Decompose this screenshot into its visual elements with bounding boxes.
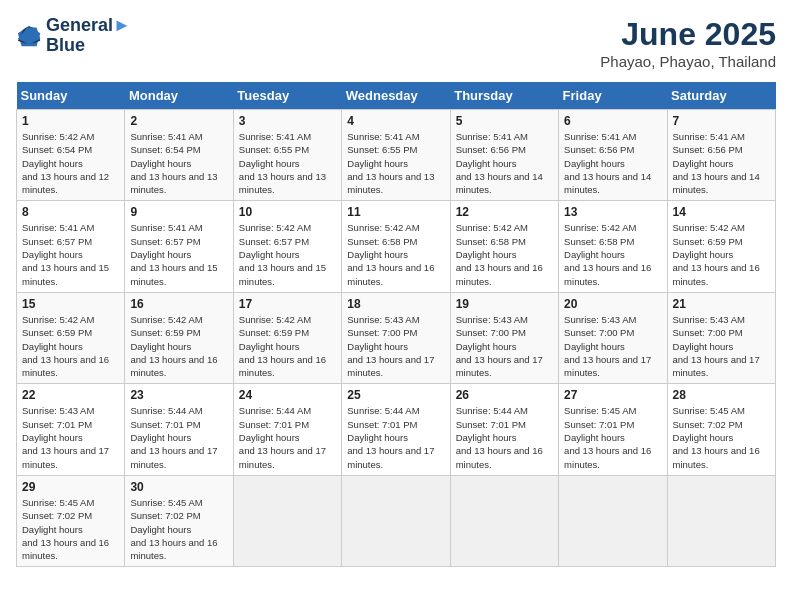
calendar-day: 15 Sunrise: 5:42 AM Sunset: 6:59 PM Dayl… (17, 292, 125, 383)
day-number: 28 (673, 388, 770, 402)
day-detail: Sunrise: 5:43 AM Sunset: 7:00 PM Dayligh… (564, 313, 661, 379)
day-number: 20 (564, 297, 661, 311)
day-number: 19 (456, 297, 553, 311)
day-detail: Sunrise: 5:44 AM Sunset: 7:01 PM Dayligh… (456, 404, 553, 470)
calendar-day: 11 Sunrise: 5:42 AM Sunset: 6:58 PM Dayl… (342, 201, 450, 292)
day-number: 9 (130, 205, 227, 219)
day-detail: Sunrise: 5:43 AM Sunset: 7:00 PM Dayligh… (456, 313, 553, 379)
calendar-day: 4 Sunrise: 5:41 AM Sunset: 6:55 PM Dayli… (342, 110, 450, 201)
main-title: June 2025 (600, 16, 776, 53)
calendar-day: 18 Sunrise: 5:43 AM Sunset: 7:00 PM Dayl… (342, 292, 450, 383)
day-number: 16 (130, 297, 227, 311)
day-number: 26 (456, 388, 553, 402)
calendar-day: 10 Sunrise: 5:42 AM Sunset: 6:57 PM Dayl… (233, 201, 341, 292)
day-detail: Sunrise: 5:45 AM Sunset: 7:01 PM Dayligh… (564, 404, 661, 470)
day-number: 22 (22, 388, 119, 402)
subtitle: Phayao, Phayao, Thailand (600, 53, 776, 70)
day-detail: Sunrise: 5:42 AM Sunset: 6:57 PM Dayligh… (239, 221, 336, 287)
calendar-day: 24 Sunrise: 5:44 AM Sunset: 7:01 PM Dayl… (233, 384, 341, 475)
calendar-day: 25 Sunrise: 5:44 AM Sunset: 7:01 PM Dayl… (342, 384, 450, 475)
day-number: 30 (130, 480, 227, 494)
logo-text: General► Blue (46, 16, 131, 56)
day-number: 4 (347, 114, 444, 128)
day-detail: Sunrise: 5:41 AM Sunset: 6:56 PM Dayligh… (564, 130, 661, 196)
day-detail: Sunrise: 5:44 AM Sunset: 7:01 PM Dayligh… (347, 404, 444, 470)
weekday-header: Tuesday (233, 82, 341, 110)
day-number: 12 (456, 205, 553, 219)
calendar-day: 1 Sunrise: 5:42 AM Sunset: 6:54 PM Dayli… (17, 110, 125, 201)
day-detail: Sunrise: 5:41 AM Sunset: 6:57 PM Dayligh… (130, 221, 227, 287)
day-number: 29 (22, 480, 119, 494)
calendar-day: 29 Sunrise: 5:45 AM Sunset: 7:02 PM Dayl… (17, 475, 125, 566)
day-detail: Sunrise: 5:45 AM Sunset: 7:02 PM Dayligh… (130, 496, 227, 562)
day-number: 21 (673, 297, 770, 311)
day-number: 14 (673, 205, 770, 219)
weekday-header: Wednesday (342, 82, 450, 110)
day-detail: Sunrise: 5:43 AM Sunset: 7:01 PM Dayligh… (22, 404, 119, 470)
day-number: 17 (239, 297, 336, 311)
weekday-header: Monday (125, 82, 233, 110)
calendar-day: 9 Sunrise: 5:41 AM Sunset: 6:57 PM Dayli… (125, 201, 233, 292)
logo: General► Blue (16, 16, 131, 56)
calendar-week: 1 Sunrise: 5:42 AM Sunset: 6:54 PM Dayli… (17, 110, 776, 201)
calendar-week: 8 Sunrise: 5:41 AM Sunset: 6:57 PM Dayli… (17, 201, 776, 292)
header: General► Blue June 2025 Phayao, Phayao, … (16, 16, 776, 70)
day-detail: Sunrise: 5:43 AM Sunset: 7:00 PM Dayligh… (673, 313, 770, 379)
day-detail: Sunrise: 5:41 AM Sunset: 6:57 PM Dayligh… (22, 221, 119, 287)
day-number: 1 (22, 114, 119, 128)
calendar-day: 21 Sunrise: 5:43 AM Sunset: 7:00 PM Dayl… (667, 292, 775, 383)
calendar-day: 23 Sunrise: 5:44 AM Sunset: 7:01 PM Dayl… (125, 384, 233, 475)
calendar-day: 16 Sunrise: 5:42 AM Sunset: 6:59 PM Dayl… (125, 292, 233, 383)
day-detail: Sunrise: 5:44 AM Sunset: 7:01 PM Dayligh… (130, 404, 227, 470)
day-number: 27 (564, 388, 661, 402)
calendar-week: 22 Sunrise: 5:43 AM Sunset: 7:01 PM Dayl… (17, 384, 776, 475)
day-number: 15 (22, 297, 119, 311)
calendar-week: 29 Sunrise: 5:45 AM Sunset: 7:02 PM Dayl… (17, 475, 776, 566)
calendar-day: 3 Sunrise: 5:41 AM Sunset: 6:55 PM Dayli… (233, 110, 341, 201)
day-number: 24 (239, 388, 336, 402)
weekday-header: Sunday (17, 82, 125, 110)
day-number: 2 (130, 114, 227, 128)
calendar-day (559, 475, 667, 566)
day-detail: Sunrise: 5:42 AM Sunset: 6:59 PM Dayligh… (22, 313, 119, 379)
calendar-week: 15 Sunrise: 5:42 AM Sunset: 6:59 PM Dayl… (17, 292, 776, 383)
day-number: 3 (239, 114, 336, 128)
calendar-table: SundayMondayTuesdayWednesdayThursdayFrid… (16, 82, 776, 567)
day-detail: Sunrise: 5:43 AM Sunset: 7:00 PM Dayligh… (347, 313, 444, 379)
logo-icon (16, 22, 44, 50)
calendar-day (667, 475, 775, 566)
calendar-day: 26 Sunrise: 5:44 AM Sunset: 7:01 PM Dayl… (450, 384, 558, 475)
day-number: 8 (22, 205, 119, 219)
calendar-day (450, 475, 558, 566)
day-detail: Sunrise: 5:41 AM Sunset: 6:56 PM Dayligh… (673, 130, 770, 196)
day-number: 11 (347, 205, 444, 219)
day-detail: Sunrise: 5:42 AM Sunset: 6:58 PM Dayligh… (347, 221, 444, 287)
day-number: 10 (239, 205, 336, 219)
day-detail: Sunrise: 5:45 AM Sunset: 7:02 PM Dayligh… (22, 496, 119, 562)
calendar-day: 2 Sunrise: 5:41 AM Sunset: 6:54 PM Dayli… (125, 110, 233, 201)
day-detail: Sunrise: 5:42 AM Sunset: 6:59 PM Dayligh… (130, 313, 227, 379)
day-detail: Sunrise: 5:42 AM Sunset: 6:58 PM Dayligh… (564, 221, 661, 287)
day-number: 6 (564, 114, 661, 128)
day-detail: Sunrise: 5:42 AM Sunset: 6:58 PM Dayligh… (456, 221, 553, 287)
day-detail: Sunrise: 5:41 AM Sunset: 6:56 PM Dayligh… (456, 130, 553, 196)
calendar-day: 14 Sunrise: 5:42 AM Sunset: 6:59 PM Dayl… (667, 201, 775, 292)
day-detail: Sunrise: 5:42 AM Sunset: 6:54 PM Dayligh… (22, 130, 119, 196)
calendar-day: 5 Sunrise: 5:41 AM Sunset: 6:56 PM Dayli… (450, 110, 558, 201)
weekday-header: Friday (559, 82, 667, 110)
day-detail: Sunrise: 5:41 AM Sunset: 6:55 PM Dayligh… (239, 130, 336, 196)
day-detail: Sunrise: 5:42 AM Sunset: 6:59 PM Dayligh… (239, 313, 336, 379)
day-number: 25 (347, 388, 444, 402)
calendar-day: 12 Sunrise: 5:42 AM Sunset: 6:58 PM Dayl… (450, 201, 558, 292)
day-detail: Sunrise: 5:42 AM Sunset: 6:59 PM Dayligh… (673, 221, 770, 287)
day-number: 7 (673, 114, 770, 128)
calendar-day: 8 Sunrise: 5:41 AM Sunset: 6:57 PM Dayli… (17, 201, 125, 292)
calendar-day: 6 Sunrise: 5:41 AM Sunset: 6:56 PM Dayli… (559, 110, 667, 201)
weekday-header: Thursday (450, 82, 558, 110)
weekday-header: Saturday (667, 82, 775, 110)
day-detail: Sunrise: 5:44 AM Sunset: 7:01 PM Dayligh… (239, 404, 336, 470)
calendar-day: 20 Sunrise: 5:43 AM Sunset: 7:00 PM Dayl… (559, 292, 667, 383)
day-number: 23 (130, 388, 227, 402)
day-detail: Sunrise: 5:41 AM Sunset: 6:55 PM Dayligh… (347, 130, 444, 196)
day-detail: Sunrise: 5:41 AM Sunset: 6:54 PM Dayligh… (130, 130, 227, 196)
